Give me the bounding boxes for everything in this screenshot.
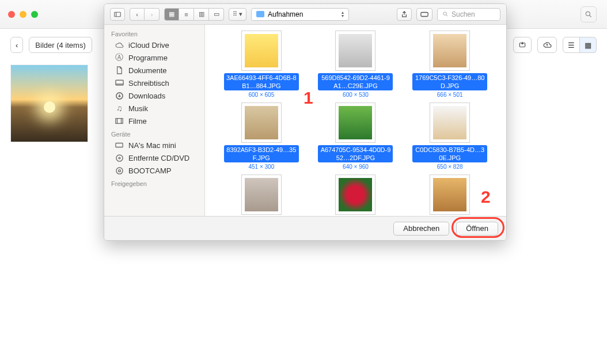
folder-icon (256, 11, 264, 17)
file-item[interactable]: 1769C5C3-F326-49…80D.JPG666 × 501 (405, 31, 495, 98)
download-icon (115, 91, 124, 100)
sidebar-item[interactable]: ♫Musik (104, 102, 204, 115)
sidebar: FavoriteniCloud DriveⒶProgrammeDokumente… (104, 25, 205, 216)
minimize-icon[interactable] (20, 11, 26, 18)
group-menu-button[interactable]: ⠿ ▾ (229, 8, 246, 21)
search-input[interactable]: Suchen (437, 8, 500, 21)
sidebar-item[interactable]: Entfernte CD/DVD (104, 151, 204, 164)
chevron-updown-icon: ▴▾ (342, 11, 344, 18)
file-item[interactable]: 3AE66493-4FF6-4D6B-8B1…884.JPG600 × 605 (217, 31, 306, 98)
cancel-button[interactable]: Abbrechen (393, 222, 449, 236)
close-icon[interactable] (8, 11, 15, 18)
svg-rect-14 (116, 143, 123, 147)
file-item[interactable]: C0DC5830-B7B5-4D…30E.JPG650 × 828 (405, 103, 495, 170)
file-dimensions: 640 × 960 (343, 164, 369, 170)
zoom-icon[interactable] (31, 11, 38, 18)
breadcrumb[interactable]: Bilder (4 items) (29, 37, 92, 53)
sidebar-item[interactable]: Filme (104, 115, 204, 127)
file-dimensions: 451 × 300 (248, 164, 274, 170)
nav-seg: ‹ › (130, 8, 160, 21)
sidebar-item-label: Entfernte CD/DVD (128, 154, 189, 162)
file-thumbnail (241, 175, 282, 215)
sidebar-item-label: Schreibtisch (128, 79, 169, 88)
search-placeholder: Suchen (452, 10, 475, 18)
sidebar-item-label: iCloud Drive (128, 41, 169, 50)
svg-point-17 (116, 167, 122, 173)
back-button[interactable]: ‹ (10, 37, 23, 53)
file-item[interactable]: A674705C-9534-4D0D-952…2DF.JPG640 × 960 (311, 103, 401, 170)
sidebar-item[interactable]: Downloads (104, 89, 204, 102)
sidebar-item[interactable]: BOOTCAMP (104, 164, 204, 177)
bg-view-toggle[interactable]: ☰ ▦ (563, 37, 597, 53)
cloud-upload-icon[interactable] (537, 37, 557, 53)
file-name: A674705C-9534-4D0D-952…2DF.JPG (318, 145, 393, 162)
file-name: 8392A5F3-B3D2-49…35F.JPG (224, 145, 299, 162)
dialog-toolbar: ‹ › ▦ ≡ ▥ ▭ ⠿ ▾ Aufnahmen ▴▾ Suchen (104, 4, 506, 25)
sidebar-item-label: BOOTCAMP (128, 166, 171, 175)
svg-line-1 (590, 15, 591, 17)
sidebar-section-header: Freigegeben (104, 177, 204, 188)
file-name: 1769C5C3-F326-49…80D.JPG (412, 73, 487, 90)
share-button[interactable] (397, 8, 412, 21)
sidebar-item-label: Filme (128, 117, 147, 126)
mac-icon (115, 141, 124, 150)
sidebar-toggle-icon[interactable] (110, 8, 125, 21)
sidebar-item-label: NA's Mac mini (128, 141, 176, 150)
svg-rect-5 (421, 12, 428, 16)
sidebar-item[interactable]: ⒶProgramme (104, 51, 204, 64)
callout-1: 1 (304, 88, 313, 108)
path-popup[interactable]: Aufnahmen ▴▾ (251, 8, 349, 21)
file-item[interactable]: D9D3CB4E-9934-4… (217, 175, 306, 216)
file-item[interactable]: 569D8542-69D2-4461-9A1…C29E.JPG600 × 530 (311, 31, 401, 98)
app-search-button[interactable] (581, 6, 597, 22)
svg-point-0 (586, 12, 590, 16)
file-dimensions: 600 × 605 (248, 92, 274, 98)
grid-view-icon[interactable]: ▦ (580, 37, 597, 53)
sidebar-item[interactable]: Schreibtisch (104, 77, 204, 89)
file-thumbnail (335, 103, 375, 143)
file-grid[interactable]: 3AE66493-4FF6-4D6B-8B1…884.JPG600 × 6055… (205, 25, 506, 216)
svg-rect-3 (115, 12, 121, 17)
svg-point-16 (119, 157, 120, 159)
file-thumbnail (241, 31, 282, 71)
path-label: Aufnahmen (268, 10, 303, 18)
callout-2: 2 (481, 187, 491, 207)
list-view-icon[interactable]: ≡ (179, 8, 194, 21)
file-open-dialog: ‹ › ▦ ≡ ▥ ▭ ⠿ ▾ Aufnahmen ▴▾ Suchen Favo… (104, 3, 507, 241)
svg-line-7 (446, 15, 447, 16)
column-view-icon[interactable]: ▥ (194, 8, 209, 21)
file-name: 569D8542-69D2-4461-9A1…C29E.JPG (318, 73, 393, 90)
music-icon: ♫ (115, 104, 124, 113)
import-icon[interactable] (513, 37, 532, 53)
apps-icon: Ⓐ (115, 53, 124, 62)
file-name: 3AE66493-4FF6-4D6B-8B1…884.JPG (224, 73, 299, 90)
file-dimensions: 666 × 501 (437, 92, 463, 98)
sidebar-item-label: Downloads (128, 92, 165, 100)
file-thumbnail (335, 31, 375, 71)
sidebar-item[interactable]: Dokumente (104, 64, 204, 77)
nav-back-button[interactable]: ‹ (130, 8, 145, 21)
icon-view-icon[interactable]: ▦ (164, 8, 179, 21)
file-thumbnail (430, 31, 470, 71)
sidebar-section-header: Geräte (104, 127, 204, 139)
sidebar-item[interactable]: NA's Mac mini (104, 139, 204, 151)
file-item[interactable]: 8392A5F3-B3D2-49…35F.JPG451 × 300 (217, 103, 306, 170)
sidebar-item-label: Programme (128, 54, 168, 62)
selected-photo-preview (10, 65, 88, 142)
file-item[interactable]: E42938FC-68A3-4… (311, 175, 401, 216)
disc-icon (115, 153, 124, 162)
file-dimensions: 650 × 828 (437, 164, 463, 170)
list-view-icon[interactable]: ☰ (563, 37, 580, 53)
nav-forward-button[interactable]: › (145, 8, 160, 21)
callout-2-ring (452, 217, 504, 238)
file-thumbnail (335, 175, 375, 215)
file-thumbnail (241, 103, 282, 143)
file-name: C0DC5830-B7B5-4D…30E.JPG (412, 145, 487, 162)
sidebar-item-label: Musik (128, 104, 148, 113)
sidebar-item[interactable]: iCloud Drive (104, 39, 204, 51)
dialog-footer: Abbrechen Öffnen (104, 216, 506, 240)
gallery-view-icon[interactable]: ▭ (209, 8, 224, 21)
tags-button[interactable] (416, 8, 433, 21)
view-mode-seg: ▦ ≡ ▥ ▭ (164, 8, 224, 21)
window-traffic-lights (8, 11, 38, 18)
